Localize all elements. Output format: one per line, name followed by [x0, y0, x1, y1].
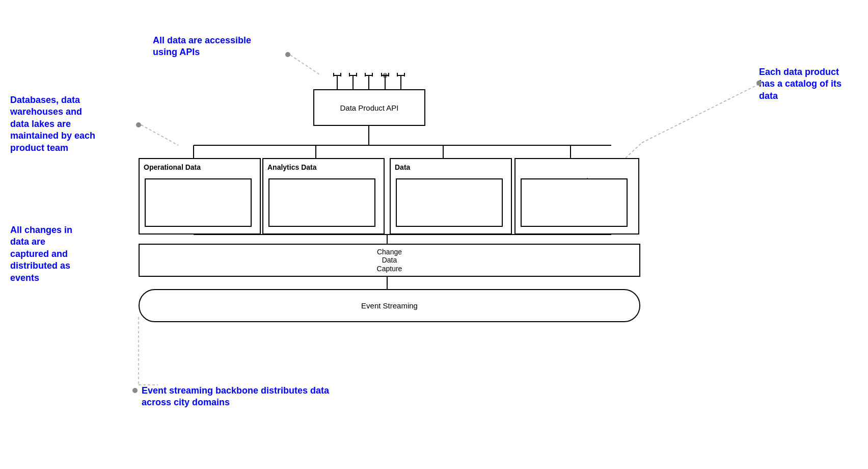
svg-line-34 — [290, 55, 321, 75]
operational-outer-box: Operational Data — [139, 158, 261, 234]
analytics-outer-box: Analytics Data — [262, 158, 385, 234]
analytics-label: Analytics Data — [267, 163, 316, 171]
api-box: Data Product API — [313, 89, 425, 126]
api-annotation: All data are accessible using APIs — [153, 35, 285, 59]
streaming-annotation: Event streaming backbone distributes dat… — [132, 385, 387, 409]
catalog-annotation-dot — [756, 81, 762, 86]
svg-line-40 — [626, 143, 642, 158]
svg-point-12 — [383, 73, 388, 78]
api-box-label: Data Product API — [314, 103, 424, 112]
svg-line-41 — [642, 84, 759, 143]
svg-line-36 — [141, 125, 178, 145]
event-streaming-box: Event Streaming — [139, 289, 640, 322]
operational-label: Operational Data — [144, 163, 201, 171]
databases-annotation: Databases, data warehouses and data lake… — [10, 94, 138, 154]
data-label: Data — [395, 163, 410, 171]
changes-annotation: All changes in data are captured and dis… — [10, 224, 143, 284]
diagram-container: Data Product API Operational Data Analyt… — [0, 0, 868, 469]
cdc-box: Change Data Capture — [139, 244, 640, 277]
catalog-annotation: Each data product has a catalog of its d… — [759, 66, 866, 102]
api-dot — [285, 52, 290, 57]
catalog-outer-box: Data Product Catalog — [514, 158, 639, 234]
event-streaming-label: Event Streaming — [361, 301, 418, 310]
streaming-dot — [132, 388, 138, 393]
cdc-label: Change Data Capture — [140, 247, 639, 273]
data-outer-box: Data — [390, 158, 512, 234]
